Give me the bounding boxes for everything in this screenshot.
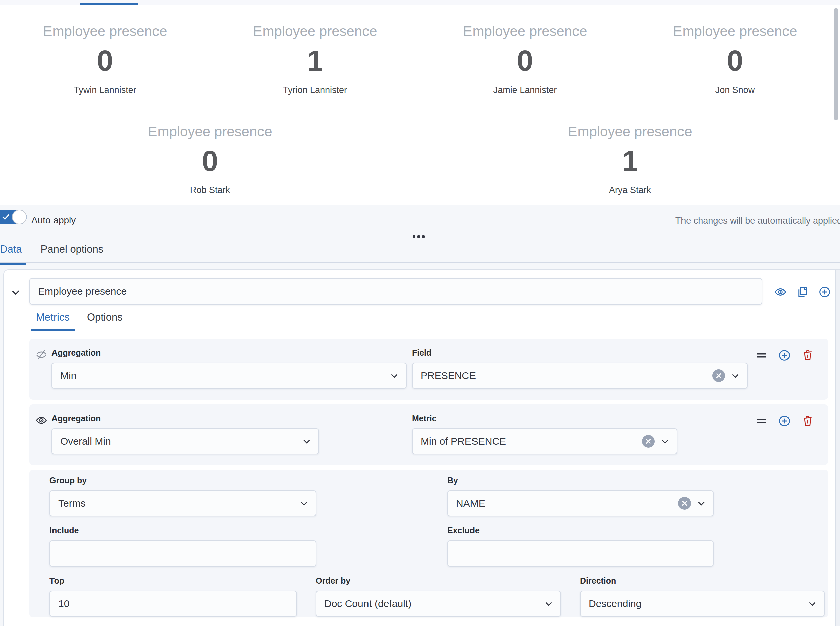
series-name-input[interactable] — [30, 278, 762, 305]
chevron-down-icon — [301, 436, 312, 446]
metric-title: Employee presence — [0, 123, 420, 140]
metric-card: Employee presence 0 Tywin Lannister — [0, 5, 210, 106]
metric-label: Tyrion Lannister — [210, 84, 420, 95]
duplicate-icon[interactable] — [796, 286, 809, 298]
drag-handle-icon[interactable] — [757, 416, 767, 426]
auto-apply-label: Auto apply — [31, 215, 75, 226]
check-icon — [2, 213, 10, 221]
metric-title: Employee presence — [210, 23, 420, 40]
drag-handle-icon[interactable] — [757, 350, 767, 361]
metric-label: Arya Stark — [420, 185, 840, 196]
delete-metric-icon[interactable] — [802, 350, 813, 361]
tab-metrics[interactable]: Metrics — [31, 311, 75, 331]
metric-card: Employee presence 1 Arya Stark — [420, 106, 840, 206]
chevron-down-icon — [389, 371, 399, 381]
include-input[interactable] — [50, 540, 316, 567]
include-label: Include — [50, 525, 447, 536]
add-metric-icon[interactable] — [779, 349, 790, 362]
eye-icon[interactable] — [774, 286, 787, 298]
exclude-label: Exclude — [447, 525, 714, 536]
metric-value: 0 — [420, 44, 630, 78]
order-by-label: Order by — [316, 575, 561, 586]
chevron-down-icon[interactable] — [10, 286, 21, 298]
chevron-down-icon — [807, 599, 817, 609]
metric-card: Employee presence 1 Tyrion Lannister — [210, 5, 420, 106]
direction-select[interactable]: Descending — [580, 591, 824, 617]
metric-label: Jon Snow — [630, 84, 840, 95]
aggregation-label: Aggregation — [52, 347, 412, 358]
add-metric-icon[interactable] — [779, 415, 790, 427]
metric-value: 0 — [0, 44, 210, 78]
metric-card: Employee presence 0 Jon Snow — [630, 5, 840, 106]
active-tab-indicator — [80, 3, 138, 5]
metric-card: Employee presence 0 Jamie Lannister — [420, 5, 630, 106]
tabs-divider — [0, 262, 840, 263]
metric-label: Tywin Lannister — [0, 84, 210, 95]
metric-title: Employee presence — [420, 123, 840, 140]
aggregation-label: Aggregation — [52, 413, 412, 424]
field-label: Field — [412, 347, 748, 358]
by-field-combobox[interactable]: NAME — [447, 490, 714, 516]
order-by-select[interactable]: Doc Count (default) — [316, 591, 561, 617]
group-by-select[interactable]: Terms — [50, 490, 316, 516]
aggregation-row: Aggregation Overall Min Metric Min of PR… — [30, 404, 828, 465]
delete-metric-icon[interactable] — [802, 415, 813, 427]
top-input[interactable] — [50, 591, 297, 617]
aggregation-select[interactable]: Overall Min — [52, 428, 319, 454]
toggle-knob — [12, 210, 27, 224]
metric-value: 1 — [210, 44, 420, 78]
add-series-icon[interactable] — [819, 286, 831, 298]
series-panel: Metrics Options Aggregation Min — [3, 269, 840, 626]
aggregation-select[interactable]: Min — [52, 363, 407, 389]
tab-options[interactable]: Options — [82, 311, 128, 331]
exclude-input[interactable] — [447, 540, 714, 567]
metric-title: Employee presence — [630, 23, 840, 40]
clear-selection-icon[interactable] — [678, 497, 691, 510]
metric-title: Employee presence — [420, 23, 630, 40]
tsvb-editor: Auto apply The changes will be automatic… — [0, 205, 840, 626]
series-tabs: Metrics Options — [31, 311, 135, 331]
eye-closed-icon[interactable] — [35, 349, 47, 361]
metric-label: Jamie Lannister — [420, 84, 630, 95]
aggregation-row: Aggregation Min Field PRESENCE — [30, 339, 828, 399]
resize-drag-handle[interactable] — [413, 235, 425, 238]
chevron-down-icon — [696, 498, 706, 509]
panel-scrollbar[interactable] — [835, 270, 840, 626]
group-by-section: Group by Terms By NAME — [30, 470, 828, 617]
group-by-label: Group by — [50, 475, 447, 486]
metric-visualization: Employee presence 0 Tywin Lannister Empl… — [0, 5, 840, 205]
direction-label: Direction — [580, 575, 824, 586]
metric-title: Employee presence — [0, 23, 210, 40]
metric-value: 1 — [420, 144, 840, 178]
vertical-scrollbar[interactable] — [834, 8, 838, 120]
clear-selection-icon[interactable] — [642, 435, 655, 448]
metric-value: 0 — [630, 44, 840, 78]
metric-combobox[interactable]: Min of PRESENCE — [412, 428, 677, 454]
auto-apply-toggle[interactable] — [0, 210, 27, 224]
top-label: Top — [50, 575, 297, 586]
eye-icon[interactable] — [35, 414, 47, 426]
top-tab-strip — [0, 0, 840, 5]
field-combobox[interactable]: PRESENCE — [412, 363, 748, 389]
chevron-down-icon — [730, 371, 740, 381]
chevron-down-icon — [544, 599, 554, 609]
chevron-down-icon — [299, 498, 309, 509]
auto-apply-status-text: The changes will be automatically applie… — [675, 216, 840, 226]
metric-value: 0 — [0, 144, 420, 178]
clear-selection-icon[interactable] — [712, 369, 725, 382]
by-label: By — [447, 475, 714, 486]
chevron-down-icon — [660, 436, 670, 446]
metric-label: Metric — [412, 413, 748, 424]
metric-label: Rob Stark — [0, 185, 420, 196]
metric-card: Employee presence 0 Rob Stark — [0, 106, 420, 206]
